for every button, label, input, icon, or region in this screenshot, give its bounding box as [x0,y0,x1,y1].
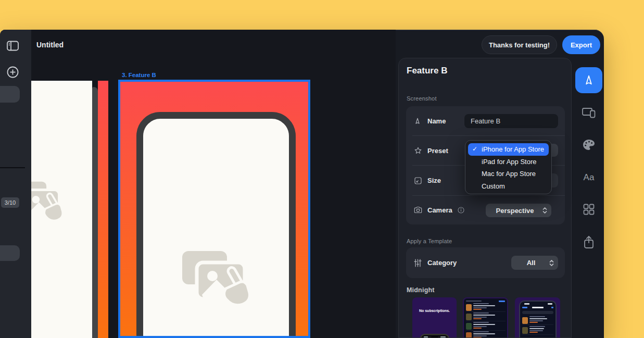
menu-item-mac[interactable]: Mac for App Store [468,168,549,180]
camera-icon [414,206,422,215]
chevron-up-down-icon [542,207,547,214]
tool-palette-button[interactable] [575,139,602,151]
tool-devices-button[interactable] [575,106,602,119]
star-icon [414,146,422,155]
template-group-label: Midnight [407,286,435,294]
template-settings-card: Category All [406,247,565,278]
category-label: Category [427,259,457,267]
toggle-sidebar-button[interactable] [6,40,19,52]
palette-icon [583,139,595,151]
phone-mockup [136,112,296,338]
left-toolbar: 3/10 [0,30,31,338]
artboard-previous-phone-bezel [92,87,98,338]
category-select[interactable]: All [511,256,558,270]
cursor-icon [583,74,595,86]
template-thumbnail-caption: No subscriptions. [412,309,457,312]
mini-phone [420,334,449,338]
screenshot-counter: 3/10 [1,197,19,208]
sidebar-icon [7,41,19,51]
camera-label: Camera [427,206,452,214]
template-thumbnail-1[interactable]: No subscriptions. [412,297,457,338]
export-button[interactable]: Export [562,35,600,54]
inspector-panel: Feature B Screenshot Name Feature B [398,58,572,338]
tool-pointer-button[interactable] [575,67,602,93]
preset-label: Preset [427,147,448,155]
image-placeholder-icon [177,247,255,309]
info-icon[interactable] [458,207,464,214]
camera-select-value: Perspective [496,207,534,215]
template-thumbnail-3[interactable] [515,297,560,338]
thumbnail-pill[interactable] [0,245,20,261]
thanks-for-testing-button[interactable]: Thanks for testing! [482,35,557,54]
plus-circle-icon [7,66,19,78]
add-screenshot-button[interactable] [6,66,19,78]
menu-item-custom[interactable]: Custom [468,180,549,193]
document-title: Untitled [36,41,64,49]
menu-item-ipad[interactable]: iPad for App Store [468,156,549,168]
screenshot-section-label: Screenshot [407,95,437,102]
template-section-label: Apply a Template [407,238,452,244]
tool-share-button[interactable] [575,235,602,249]
resize-icon [414,177,422,185]
grid-icon [583,204,595,215]
image-placeholder-icon [25,179,67,223]
camera-select[interactable]: Perspective [486,204,551,217]
chevron-up-down-icon [549,259,554,266]
template-thumbnail-2[interactable] [463,297,508,338]
devices-icon [582,107,596,118]
mini-phone [519,301,557,338]
app-window: Untitled 3. Fea [0,30,604,338]
sliders-icon [414,259,422,267]
typography-icon: Aa [584,172,595,183]
artboard-previous[interactable] [25,81,108,338]
cursor-icon [414,117,422,125]
category-select-value: All [527,259,536,267]
menu-item-iphone[interactable]: ✓ iPhone for App Store [468,143,549,156]
preset-dropdown-menu: ✓ iPhone for App Store iPad for App Stor… [465,140,552,194]
toolbar-divider [0,167,25,168]
tool-templates-button[interactable] [575,203,602,216]
desktop-background: Untitled 3. Fea [0,0,644,338]
inspector-title: Feature B [407,66,447,76]
artboard-selected[interactable] [118,80,310,338]
mini-screenshot [464,298,507,338]
size-label: Size [427,177,441,184]
tool-typography-button[interactable]: Aa [575,171,602,184]
name-input[interactable]: Feature B [464,114,558,128]
checkmark-icon: ✓ [472,143,477,156]
thumbnail-pill[interactable] [0,86,20,103]
share-icon [584,235,594,249]
artboard-label: 3. Feature B [122,72,156,78]
artboard-previous-background [98,81,108,338]
name-label: Name [427,117,446,125]
canvas: Untitled 3. Fea [25,30,396,338]
